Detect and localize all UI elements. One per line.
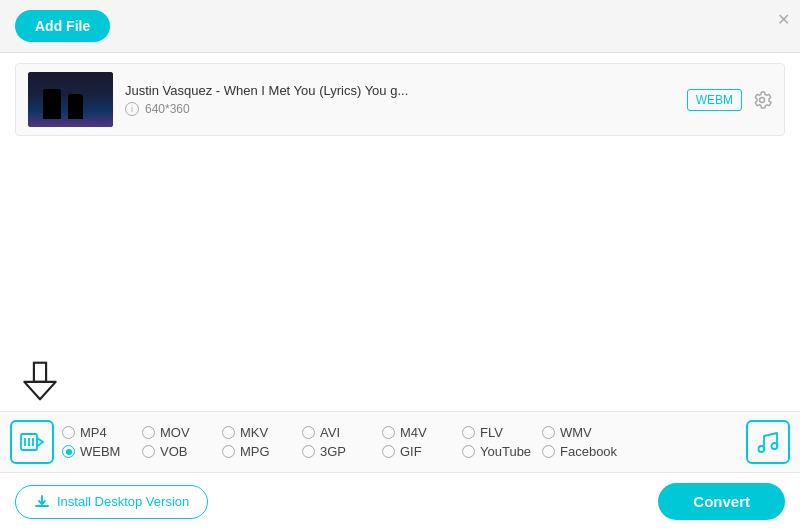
arrow-area — [0, 346, 800, 411]
bottom-bar: Install Desktop Version Convert — [0, 472, 800, 530]
format-option-youtube[interactable]: YouTube — [462, 444, 542, 459]
format-option-m4v[interactable]: M4V — [382, 425, 462, 440]
convert-button[interactable]: Convert — [658, 483, 785, 520]
format-selector-area: MP4 MOV MKV AVI M4V FLV — [0, 411, 800, 472]
format-option-mpg[interactable]: MPG — [222, 444, 302, 459]
audio-format-icon[interactable] — [746, 420, 790, 464]
format-option-wmv[interactable]: WMV — [542, 425, 622, 440]
install-desktop-button[interactable]: Install Desktop Version — [15, 485, 208, 519]
format-option-avi[interactable]: AVI — [302, 425, 382, 440]
svg-marker-1 — [24, 382, 55, 399]
format-option-facebook[interactable]: Facebook — [542, 444, 632, 459]
down-arrow-icon — [20, 361, 60, 401]
file-meta: i 640*360 — [125, 102, 675, 116]
format-option-webm[interactable]: WEBM — [62, 444, 142, 459]
middle-area — [0, 146, 800, 346]
format-option-mov[interactable]: MOV — [142, 425, 222, 440]
top-bar: Add File ✕ — [0, 0, 800, 53]
close-icon[interactable]: ✕ — [777, 10, 790, 29]
format-option-mkv[interactable]: MKV — [222, 425, 302, 440]
format-option-gif[interactable]: GIF — [382, 444, 462, 459]
info-icon[interactable]: i — [125, 102, 139, 116]
download-icon — [34, 494, 50, 510]
svg-rect-0 — [34, 363, 46, 382]
format-option-vob[interactable]: VOB — [142, 444, 222, 459]
file-thumbnail — [28, 72, 113, 127]
file-resolution: 640*360 — [145, 102, 190, 116]
format-option-mp4[interactable]: MP4 — [62, 425, 142, 440]
format-options-container: MP4 MOV MKV AVI M4V FLV — [62, 425, 738, 459]
format-option-flv[interactable]: FLV — [462, 425, 542, 440]
video-format-icon[interactable] — [10, 420, 54, 464]
file-item: Justin Vasquez - When I Met You (Lyrics)… — [15, 63, 785, 136]
add-file-button[interactable]: Add File — [15, 10, 110, 42]
format-badge[interactable]: WEBM — [687, 89, 742, 111]
file-title: Justin Vasquez - When I Met You (Lyrics)… — [125, 83, 675, 98]
format-option-3gp[interactable]: 3GP — [302, 444, 382, 459]
format-row-1: MP4 MOV MKV AVI M4V FLV — [62, 425, 738, 440]
file-actions: WEBM — [687, 89, 772, 111]
file-info: Justin Vasquez - When I Met You (Lyrics)… — [125, 83, 675, 116]
file-list: Justin Vasquez - When I Met You (Lyrics)… — [0, 53, 800, 146]
settings-icon[interactable] — [752, 90, 772, 110]
install-label: Install Desktop Version — [57, 494, 189, 509]
format-row-2: WEBM VOB MPG 3GP GIF YouTube — [62, 444, 738, 459]
